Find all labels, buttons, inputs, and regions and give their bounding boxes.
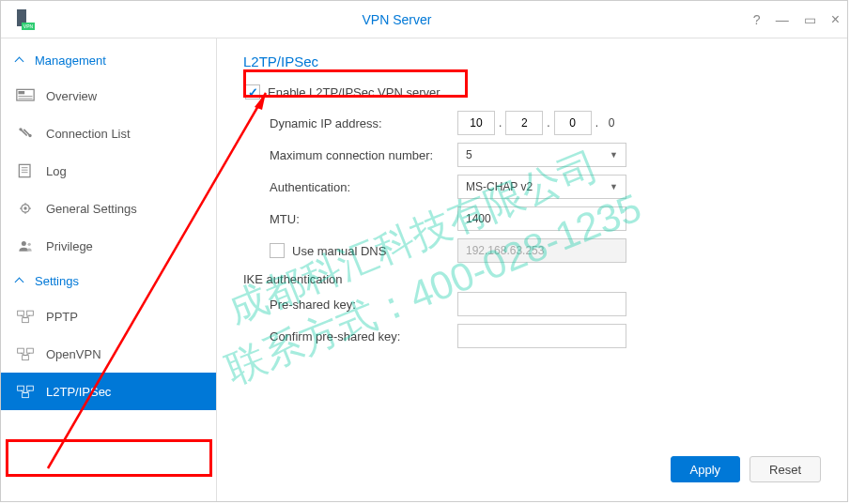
psk-input[interactable] — [457, 292, 626, 316]
psk-confirm-label: Confirm pre-shared key: — [270, 329, 457, 344]
log-icon — [16, 163, 35, 178]
gear-icon — [16, 201, 35, 216]
sidebar-item-connection-list[interactable]: Connection List — [1, 115, 216, 152]
footer: Apply Reset — [243, 447, 821, 494]
enable-label: Enable L2TP/IPSec VPN server — [268, 85, 440, 99]
max-conn-select[interactable]: 5 ▼ — [457, 143, 626, 167]
sidebar-item-label: L2TP/IPSec — [46, 385, 111, 399]
window-title: VPN Server — [40, 12, 753, 27]
sidebar-item-label: PPTP — [46, 310, 78, 324]
svg-point-5 — [28, 134, 31, 137]
ike-section-label: IKE authentication — [243, 272, 821, 286]
dynamic-ip-label: Dynamic IP address: — [270, 116, 457, 130]
svg-point-4 — [19, 128, 22, 130]
svg-rect-20 — [23, 318, 29, 323]
maximize-icon[interactable]: ▭ — [804, 12, 816, 27]
section-management[interactable]: Management — [1, 44, 216, 77]
section-label: Management — [35, 53, 106, 68]
enable-row[interactable]: Enable L2TP/IPSec VPN server — [243, 81, 821, 103]
network-icon — [16, 309, 35, 324]
sidebar-item-label: OpenVPN — [46, 347, 101, 361]
svg-rect-18 — [18, 311, 24, 315]
svg-rect-29 — [27, 386, 34, 390]
svg-rect-6 — [19, 164, 30, 176]
sidebar-item-overview[interactable]: Overview — [1, 77, 216, 115]
reset-button[interactable]: Reset — [750, 456, 821, 482]
user-icon — [16, 238, 35, 253]
sidebar: Management Overview Connection List Log — [1, 38, 217, 501]
svg-rect-24 — [27, 348, 34, 353]
ip-octet-a[interactable] — [457, 111, 495, 135]
titlebar: VPN VPN Server ? — ▭ × — [1, 1, 847, 38]
ip-octet-b[interactable] — [505, 111, 543, 135]
sidebar-item-log[interactable]: Log — [1, 152, 216, 190]
chevron-down-icon: ▼ — [610, 182, 618, 191]
sidebar-item-openvpn[interactable]: OpenVPN — [1, 335, 216, 373]
close-icon[interactable]: × — [831, 11, 840, 28]
mtu-input[interactable] — [457, 206, 626, 231]
sidebar-item-label: Connection List — [46, 127, 131, 141]
connection-icon — [16, 126, 35, 141]
max-conn-label: Maximum connection number: — [270, 148, 457, 162]
max-conn-value: 5 — [466, 148, 472, 161]
apply-button[interactable]: Apply — [671, 456, 741, 482]
svg-point-11 — [23, 206, 26, 209]
sidebar-item-label: Privilege — [46, 239, 93, 253]
section-label: Settings — [35, 274, 79, 288]
sidebar-item-label: Log — [46, 164, 67, 178]
auth-label: Authentication: — [270, 180, 457, 194]
svg-rect-3 — [19, 99, 33, 99]
svg-rect-23 — [18, 348, 24, 353]
svg-rect-28 — [18, 386, 24, 390]
manual-dns-checkbox[interactable] — [270, 243, 285, 258]
auth-value: MS-CHAP v2 — [466, 180, 533, 193]
network-icon — [16, 384, 35, 399]
minimize-icon[interactable]: — — [776, 12, 789, 27]
page-title: L2TP/IPSec — [243, 53, 821, 69]
app-icon: VPN — [14, 9, 35, 30]
chevron-up-icon — [16, 56, 25, 66]
sidebar-item-label: Overview — [46, 89, 97, 103]
psk-confirm-input[interactable] — [457, 324, 626, 348]
svg-rect-2 — [19, 96, 33, 97]
ip-octet-c[interactable] — [554, 111, 592, 135]
chevron-up-icon — [16, 277, 25, 286]
sidebar-item-general-settings[interactable]: General Settings — [1, 190, 216, 227]
main-panel: L2TP/IPSec Enable L2TP/IPSec VPN server … — [217, 38, 847, 501]
svg-rect-1 — [19, 91, 25, 94]
dynamic-ip-group: . . . 0 — [457, 111, 621, 135]
ip-octet-d: 0 — [602, 116, 621, 130]
manual-dns-input: 192.168.63.253 — [457, 238, 626, 263]
svg-rect-25 — [23, 356, 29, 360]
help-icon[interactable]: ? — [753, 12, 761, 27]
psk-label: Pre-shared key: — [270, 298, 457, 312]
sidebar-item-privilege[interactable]: Privilege — [1, 227, 216, 265]
sidebar-item-l2tp[interactable]: L2TP/IPSec — [1, 373, 216, 410]
svg-point-16 — [22, 241, 26, 246]
sidebar-item-pptp[interactable]: PPTP — [1, 298, 216, 335]
svg-rect-30 — [23, 393, 29, 398]
chevron-down-icon: ▼ — [610, 150, 618, 160]
network-icon — [16, 346, 35, 361]
overview-icon — [16, 88, 35, 103]
manual-dns-label: Use manual DNS — [292, 244, 386, 258]
svg-rect-19 — [27, 311, 34, 315]
sidebar-item-label: General Settings — [46, 202, 137, 216]
enable-checkbox[interactable] — [245, 84, 260, 99]
auth-select[interactable]: MS-CHAP v2 ▼ — [457, 175, 626, 199]
svg-point-17 — [28, 243, 31, 246]
mtu-label: MTU: — [270, 212, 457, 226]
section-settings[interactable]: Settings — [1, 265, 216, 298]
